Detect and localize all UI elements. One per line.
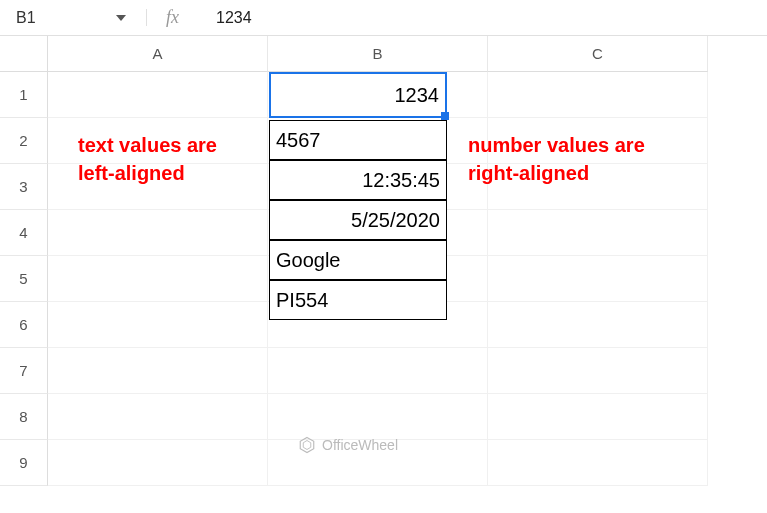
- select-all-corner[interactable]: [0, 36, 48, 72]
- formula-input[interactable]: 1234: [196, 9, 252, 27]
- row-header[interactable]: 9: [0, 440, 48, 486]
- cell-value: 12:35:45: [362, 169, 440, 192]
- name-box[interactable]: B1: [16, 9, 136, 27]
- row-header[interactable]: 6: [0, 302, 48, 348]
- column-headers: A B C: [48, 36, 767, 72]
- row-header[interactable]: 4: [0, 210, 48, 256]
- cell-value: 1234: [395, 84, 440, 107]
- row-header[interactable]: 7: [0, 348, 48, 394]
- cell-value: Google: [276, 249, 341, 272]
- column-header[interactable]: C: [488, 36, 708, 72]
- chevron-down-icon[interactable]: [116, 15, 126, 21]
- cell-b2[interactable]: 4567: [269, 120, 447, 160]
- row-header[interactable]: 5: [0, 256, 48, 302]
- fx-label: fx: [136, 7, 196, 28]
- fill-handle[interactable]: [441, 112, 449, 120]
- cell-value: 4567: [276, 129, 321, 152]
- cell-b3[interactable]: 12:35:45: [269, 160, 447, 200]
- formula-bar: B1 fx 1234: [0, 0, 767, 36]
- cell-b1[interactable]: 1234: [269, 72, 447, 118]
- cell-b6[interactable]: PI554: [269, 280, 447, 320]
- row-header[interactable]: 2: [0, 118, 48, 164]
- row-header[interactable]: 3: [0, 164, 48, 210]
- column-header[interactable]: A: [48, 36, 268, 72]
- spreadsheet: 1 2 3 4 5 6 7 8 9 A B C 1234: [0, 36, 767, 513]
- row-headers: 1 2 3 4 5 6 7 8 9: [0, 36, 48, 513]
- name-box-text: B1: [16, 9, 110, 27]
- cell-value: PI554: [276, 289, 328, 312]
- grid[interactable]: A B C 1234 4567: [48, 36, 767, 513]
- cell-b5[interactable]: Google: [269, 240, 447, 280]
- column-header[interactable]: B: [268, 36, 488, 72]
- row-header[interactable]: 1: [0, 72, 48, 118]
- row-header[interactable]: 8: [0, 394, 48, 440]
- cell-value: 5/25/2020: [351, 209, 440, 232]
- cell-b4[interactable]: 5/25/2020: [269, 200, 447, 240]
